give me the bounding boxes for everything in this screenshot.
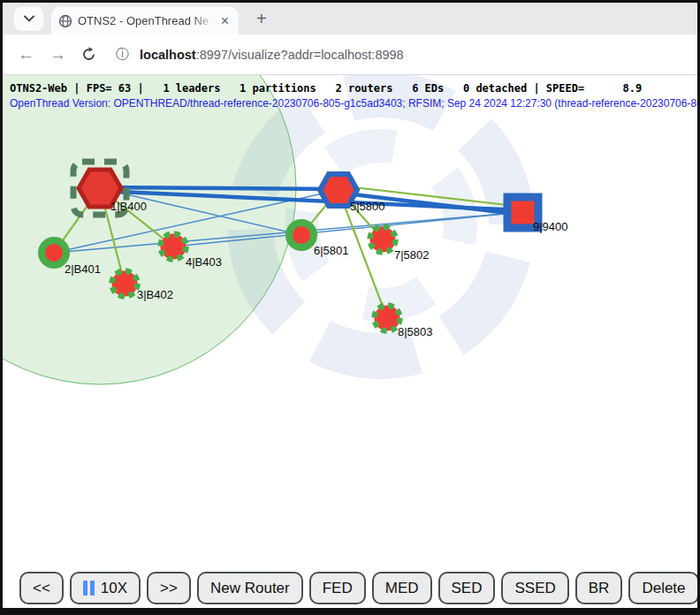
close-icon[interactable]: ×	[218, 14, 232, 28]
openthread-version-text: OpenThread Version: OPENTHREAD/thread-re…	[10, 97, 697, 110]
browser-window: OTNS2 - OpenThread Ne × + ← → ⓘ localhos…	[3, 3, 697, 608]
node-sed-8[interactable]	[375, 306, 400, 331]
url-path: :8997/visualize?addr=localhost:8998	[196, 48, 404, 62]
tab-strip: OTNS2 - OpenThread Ne × +	[3, 3, 697, 34]
browser-tab[interactable]: OTNS2 - OpenThread Ne ×	[51, 7, 239, 34]
node-sed-3[interactable]	[112, 271, 138, 297]
pause-icon	[83, 581, 95, 596]
url-text[interactable]: localhost:8997/visualize?addr=localhost:…	[140, 48, 404, 62]
node-label: 7|5802	[394, 248, 430, 262]
forward-icon[interactable]: →	[49, 46, 66, 63]
node-sed-7[interactable]	[370, 227, 396, 253]
node-label: 9|9400	[533, 220, 568, 233]
br-button[interactable]: BR	[575, 572, 623, 604]
delete-button[interactable]: Delete	[628, 572, 697, 604]
med-button[interactable]: MED	[372, 572, 432, 604]
node-label: 1|B400	[110, 200, 147, 213]
node-ed-6[interactable]	[289, 223, 314, 247]
node-label: 3|B402	[137, 288, 173, 301]
node-label: 5|5800	[350, 200, 385, 213]
status-bar: OTNS2-Web | FPS= 63 | 1 leaders 1 partit…	[10, 82, 642, 95]
chevron-down-icon	[24, 15, 34, 22]
new-tab-icon[interactable]: +	[249, 8, 274, 29]
reload-icon[interactable]	[81, 47, 96, 62]
address-bar[interactable]: ⓘ localhost:8997/visualize?addr=localhos…	[116, 46, 404, 63]
node-ed-2[interactable]	[42, 240, 66, 265]
node-label: 6|5801	[314, 244, 349, 257]
node-label: 2|B401	[65, 262, 101, 276]
pause-speed-button[interactable]: 10X	[70, 572, 141, 604]
info-icon[interactable]: ⓘ	[116, 46, 129, 63]
ssed-button[interactable]: SSED	[501, 572, 568, 604]
simulation-canvas[interactable]: OTNS2-Web | FPS= 63 | 1 leaders 1 partit…	[3, 75, 697, 608]
sed-button[interactable]: SED	[438, 572, 496, 604]
url-host: localhost	[140, 48, 196, 62]
fed-button[interactable]: FED	[309, 572, 366, 604]
globe-icon	[58, 14, 72, 28]
new-router-button[interactable]: New Router	[197, 572, 303, 604]
node-sed-4[interactable]	[161, 234, 186, 260]
node-label: 8|5803	[398, 325, 433, 338]
radio-range-circle	[3, 75, 296, 384]
simulator-toolbar: << 10X >> New Router FED MED SED SSED BR…	[19, 572, 697, 604]
speed-up-button[interactable]: >>	[147, 572, 191, 604]
navigation-bar: ← → ⓘ localhost:8997/visualize?addr=loca…	[3, 34, 697, 75]
node-label: 4|B403	[186, 255, 222, 269]
tab-title: OTNS2 - OpenThread Ne	[78, 14, 213, 27]
link-1-5	[100, 187, 339, 189]
tab-search-button[interactable]	[14, 7, 43, 31]
back-icon[interactable]: ←	[18, 46, 34, 63]
speed-down-button[interactable]: <<	[19, 572, 64, 604]
